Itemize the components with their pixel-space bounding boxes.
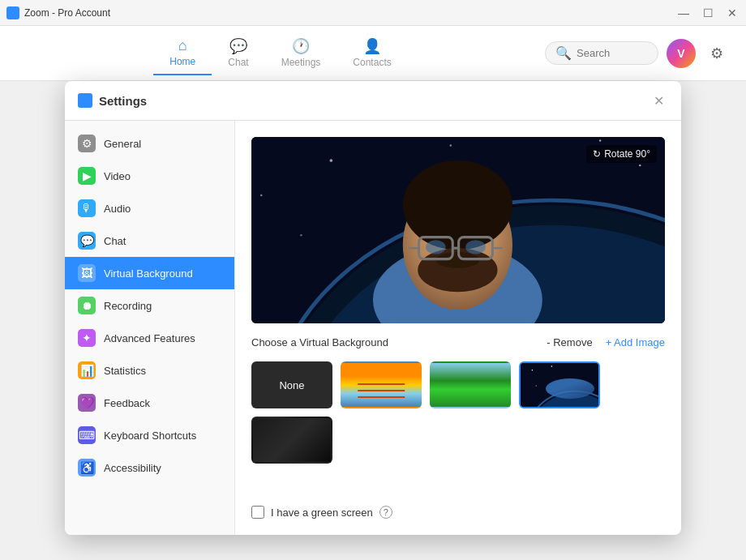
settings-header: Settings ✕ [65, 81, 681, 121]
settings-zoom-icon [78, 93, 92, 108]
tab-meetings-label: Meetings [281, 57, 321, 68]
title-bar-controls: — ☐ ✕ [676, 6, 740, 20]
general-icon: ⚙ [78, 135, 96, 152]
svg-point-7 [639, 165, 641, 166]
settings-modal: Settings ✕ ⚙ General ▶ Video 🎙 Audio 💬 C… [65, 81, 681, 535]
home-icon: ⌂ [178, 37, 187, 54]
tab-home[interactable]: ⌂ Home [153, 31, 212, 75]
sidebar-item-chat[interactable]: 💬 Chat [65, 224, 234, 257]
background-nature[interactable] [430, 361, 511, 408]
sidebar-item-recording[interactable]: ⏺ Recording [65, 289, 234, 322]
settings-sidebar: ⚙ General ▶ Video 🎙 Audio 💬 Chat 🖼 Virtu… [65, 121, 235, 535]
app-title: Zoom - Pro Account [24, 7, 110, 19]
tab-home-label: Home [169, 56, 195, 67]
svg-point-16 [403, 160, 512, 250]
sidebar-item-general[interactable]: ⚙ General [65, 127, 234, 160]
remove-background-button[interactable]: - Remove [547, 336, 592, 348]
audio-icon: 🎙 [78, 199, 96, 217]
title-bar-left: Zoom - Pro Account [6, 6, 110, 19]
settings-gear-button[interactable]: ⚙ [704, 41, 730, 66]
sidebar-item-feedback[interactable]: 💜 Feedback [65, 387, 234, 419]
background-grid: None [251, 361, 665, 464]
green-screen-info-icon[interactable]: ? [379, 506, 392, 519]
sidebar-item-virtual-background[interactable]: 🖼 Virtual Background [65, 257, 234, 289]
chat-icon: 💬 [78, 232, 96, 250]
svg-point-25 [465, 240, 486, 254]
rotate-button[interactable]: ↻ Rotate 90° [586, 145, 657, 163]
statistics-icon: 📊 [78, 361, 96, 379]
search-icon: 🔍 [555, 45, 572, 61]
sidebar-item-keyboard-shortcuts[interactable]: ⌨ Keyboard Shortcuts [65, 419, 234, 451]
green-screen-checkbox[interactable] [251, 506, 264, 519]
tab-contacts[interactable]: 👤 Contacts [337, 31, 407, 76]
svg-point-6 [599, 139, 601, 141]
svg-point-30 [551, 365, 553, 367]
chat-icon: 💬 [229, 37, 247, 55]
background-dark[interactable] [251, 417, 332, 464]
settings-title: Settings [78, 93, 147, 108]
sidebar-item-audio[interactable]: 🎙 Audio [65, 192, 234, 224]
settings-close-button[interactable]: ✕ [649, 91, 668, 110]
tab-contacts-label: Contacts [353, 57, 391, 68]
svg-point-9 [300, 234, 302, 236]
contacts-icon: 👤 [363, 37, 381, 55]
avatar[interactable]: V [667, 39, 696, 68]
svg-point-4 [450, 144, 452, 146]
background-bridge[interactable] [341, 361, 422, 408]
feedback-icon: 💜 [78, 394, 96, 412]
settings-body: ⚙ General ▶ Video 🎙 Audio 💬 Chat 🖼 Virtu… [65, 121, 681, 535]
space-thumbnail [521, 363, 598, 407]
svg-point-31 [536, 385, 537, 386]
sidebar-item-statistics[interactable]: 📊 Statistics [65, 354, 234, 387]
advanced-features-icon: ✦ [78, 329, 96, 347]
nav-bar: ⌂ Home 💬 Chat 🕐 Meetings 👤 Contacts 🔍 V … [0, 26, 746, 81]
zoom-app-icon [6, 6, 19, 19]
background-none[interactable]: None [251, 361, 332, 408]
space-background [251, 137, 665, 323]
virtual-background-content: ↻ Rotate 90° Choose a Virtual Background… [235, 121, 681, 535]
minimize-button[interactable]: — [676, 6, 691, 20]
camera-preview: ↻ Rotate 90° [251, 137, 665, 323]
choose-bg-label: Choose a Virtual Background [251, 336, 388, 348]
background-actions: - Remove + Add Image [547, 336, 665, 348]
nav-tabs: ⌂ Home 💬 Chat 🕐 Meetings 👤 Contacts [16, 31, 545, 76]
green-screen-row: I have a green screen ? [251, 499, 665, 519]
maximize-button[interactable]: ☐ [701, 6, 715, 20]
svg-point-29 [532, 370, 534, 371]
tab-chat-label: Chat [228, 57, 248, 68]
title-bar: Zoom - Pro Account — ☐ ✕ [0, 0, 746, 26]
tab-chat[interactable]: 💬 Chat [212, 31, 264, 76]
rotate-icon: ↻ [593, 148, 601, 160]
search-box[interactable]: 🔍 [545, 41, 658, 65]
sidebar-item-advanced-features[interactable]: ✦ Advanced Features [65, 322, 234, 354]
background-space[interactable] [519, 361, 600, 408]
tab-meetings[interactable]: 🕐 Meetings [265, 31, 337, 76]
sidebar-item-accessibility[interactable]: ♿ Accessibility [65, 451, 234, 484]
sidebar-item-video[interactable]: ▶ Video [65, 160, 234, 192]
green-screen-label: I have a green screen [271, 507, 373, 519]
add-image-button[interactable]: + Add Image [606, 336, 665, 348]
choose-background-header: Choose a Virtual Background - Remove + A… [251, 336, 665, 348]
svg-point-8 [260, 195, 262, 196]
search-input[interactable] [577, 47, 648, 59]
video-icon: ▶ [78, 167, 96, 185]
svg-point-2 [329, 159, 332, 162]
meetings-icon: 🕐 [292, 37, 310, 55]
virtual-background-icon: 🖼 [78, 264, 96, 282]
keyboard-shortcuts-icon: ⌨ [78, 426, 96, 444]
window-close-button[interactable]: ✕ [725, 6, 740, 20]
nav-right: 🔍 V ⚙ [545, 39, 730, 68]
recording-icon: ⏺ [78, 297, 96, 314]
svg-point-24 [426, 240, 446, 254]
accessibility-icon: ♿ [78, 459, 96, 477]
